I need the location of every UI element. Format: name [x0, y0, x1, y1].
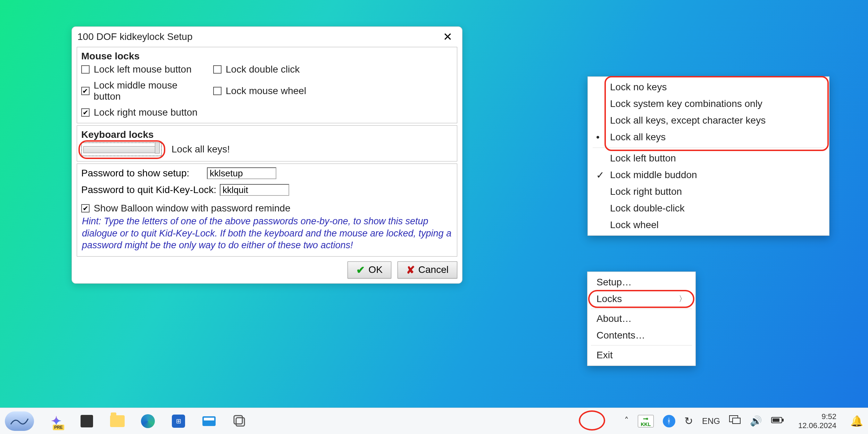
mouse-locks-heading: Mouse locks — [81, 51, 453, 62]
menu-label: Lock all keys — [610, 132, 666, 142]
menu-exit[interactable]: Exit — [587, 347, 695, 364]
language-indicator[interactable]: ENG — [702, 416, 720, 426]
checkbox-label: Lock right mouse button — [94, 107, 198, 118]
menu-lock-right-button[interactable]: Lock right button — [588, 183, 829, 200]
checkbox-icon: ✔ — [81, 204, 90, 212]
menu-lock-no-keys[interactable]: Lock no keys — [588, 79, 829, 95]
app-icon[interactable] — [231, 413, 248, 429]
menu-lock-double-click[interactable]: Lock double-click — [588, 200, 829, 217]
menu-label: Lock all keys, except character keys — [610, 115, 766, 126]
menu-setup[interactable]: Setup… — [587, 274, 695, 291]
volume-icon[interactable]: 🔊 — [750, 415, 762, 427]
notifications-icon[interactable]: 🔔 — [850, 415, 863, 427]
menu-separator — [591, 345, 692, 345]
svg-rect-7 — [782, 419, 784, 422]
lock-mouse-wheel-checkbox[interactable]: Lock mouse wheel — [213, 80, 338, 102]
copilot-icon[interactable]: ✦ PRE — [48, 413, 65, 429]
checkbox-icon: ✔ — [81, 87, 90, 95]
menu-label: Lock middle buddon — [610, 169, 697, 180]
menu-lock-system-combos[interactable]: Lock system key combinations only — [588, 95, 829, 112]
lock-left-mouse-checkbox[interactable]: Lock left mouse button — [81, 64, 206, 75]
checkmark-icon: ✔ — [356, 264, 365, 276]
menu-label: Contents… — [596, 330, 645, 341]
file-explorer-icon[interactable] — [109, 413, 126, 429]
keyboard-lock-slider[interactable] — [81, 142, 162, 156]
svg-rect-5 — [733, 418, 740, 424]
kkl-tray-icon[interactable]: ⊸KKL — [638, 415, 654, 427]
locks-submenu: Lock no keys Lock system key combination… — [587, 76, 829, 236]
menu-label: Lock system key combinations only — [610, 98, 762, 109]
lock-double-click-checkbox[interactable]: Lock double click — [213, 64, 338, 75]
close-icon[interactable]: ✕ — [440, 30, 455, 43]
chevron-right-icon: 〉 — [679, 294, 686, 304]
slider-thumb-icon — [155, 142, 160, 153]
checkbox-label: Show Balloon window with password remind… — [94, 203, 291, 214]
ok-button-label: OK — [368, 264, 382, 275]
menu-lock-middle-button[interactable]: ✓ Lock middle buddon — [588, 167, 829, 183]
menu-separator — [593, 148, 824, 148]
cancel-button[interactable]: ✘ Cancel — [398, 261, 457, 278]
menu-contents[interactable]: Contents… — [587, 327, 695, 344]
tray-context-menu: Setup… Locks 〉 About… Contents… Exit — [587, 272, 696, 366]
menu-label: Lock left button — [610, 153, 676, 164]
password-setup-input[interactable] — [207, 167, 276, 179]
svg-rect-1 — [204, 418, 214, 420]
cross-icon: ✘ — [406, 264, 415, 276]
menu-separator — [591, 309, 692, 309]
keyboard-lock-slider-label: Lock all keys! — [172, 144, 230, 155]
keyboard-locks-panel: Keyboard locks Lock all keys! — [77, 125, 457, 161]
password-hint-text: Hint: Type the letters of one of the abo… — [81, 214, 453, 251]
menu-label: Lock double-click — [610, 203, 685, 214]
cancel-button-label: Cancel — [418, 264, 449, 275]
menu-label: Lock right button — [610, 186, 682, 197]
menu-label: About… — [596, 313, 632, 324]
start-widget-icon[interactable] — [5, 411, 34, 431]
menu-lock-all-except-chars[interactable]: Lock all keys, except character keys — [588, 112, 829, 129]
mouse-locks-panel: Mouse locks Lock left mouse button Lock … — [77, 47, 457, 123]
task-view-icon[interactable] — [78, 413, 95, 429]
svg-rect-3 — [234, 416, 242, 424]
menu-label: Lock no keys — [610, 82, 667, 92]
checkbox-label: Lock double click — [226, 64, 300, 75]
password-quit-input[interactable] — [220, 184, 289, 196]
clock[interactable]: 9:52 12.06.2024 — [798, 412, 836, 430]
microsoft-store-icon[interactable]: ⊞ — [170, 413, 187, 429]
checkbox-icon: ✔ — [81, 108, 90, 117]
menu-about[interactable]: About… — [587, 310, 695, 327]
window-title: 100 DOF kidkeylock Setup — [77, 31, 193, 42]
keyboard-locks-heading: Keyboard locks — [81, 129, 453, 140]
edge-browser-icon[interactable] — [140, 413, 156, 429]
ok-button[interactable]: ✔ OK — [348, 261, 391, 278]
clock-date: 12.06.2024 — [798, 421, 836, 430]
check-icon: ✓ — [596, 169, 604, 181]
app-icon[interactable] — [201, 413, 217, 429]
checkbox-label: Lock mouse wheel — [226, 85, 306, 97]
setup-dialog: 100 DOF kidkeylock Setup ✕ Mouse locks L… — [72, 26, 462, 284]
display-icon[interactable] — [729, 415, 741, 427]
radio-icon: • — [596, 132, 600, 143]
battery-icon[interactable] — [771, 416, 784, 426]
menu-locks[interactable]: Locks 〉 — [587, 291, 695, 307]
svg-rect-8 — [773, 418, 779, 422]
menu-label: Lock wheel — [610, 219, 659, 230]
menu-lock-left-button[interactable]: Lock left button — [588, 150, 829, 167]
menu-lock-wheel[interactable]: Lock wheel — [588, 217, 829, 233]
bluetooth-icon[interactable]: ᚼ — [663, 415, 675, 427]
taskbar: ✦ PRE ⊞ ˄ ⊸KKL ᚼ ↻ ENG 🔊 9:52 12.06.2024 — [0, 408, 868, 434]
menu-lock-all-keys[interactable]: • Lock all keys — [588, 129, 829, 145]
lock-right-mouse-checkbox[interactable]: ✔ Lock right mouse button — [81, 107, 206, 118]
password-quit-label: Password to quit Kid-Key-Lock: — [81, 184, 216, 195]
passwords-panel: Password to show setup: Password to quit… — [77, 164, 457, 257]
checkbox-icon — [81, 65, 90, 74]
checkbox-label: Lock left mouse button — [94, 64, 192, 75]
checkbox-icon — [213, 87, 222, 95]
sync-icon[interactable]: ↻ — [684, 415, 693, 427]
checkbox-icon — [213, 65, 222, 74]
lock-middle-mouse-checkbox[interactable]: ✔ Lock middle mouse button — [81, 80, 206, 102]
svg-rect-2 — [236, 418, 244, 426]
tray-chevron-up-icon[interactable]: ˄ — [624, 416, 629, 426]
menu-label: Exit — [596, 350, 613, 361]
password-setup-label: Password to show setup: — [81, 168, 203, 179]
checkbox-label: Lock middle mouse button — [94, 80, 206, 102]
balloon-reminder-checkbox[interactable]: ✔ Show Balloon window with password remi… — [81, 203, 453, 214]
